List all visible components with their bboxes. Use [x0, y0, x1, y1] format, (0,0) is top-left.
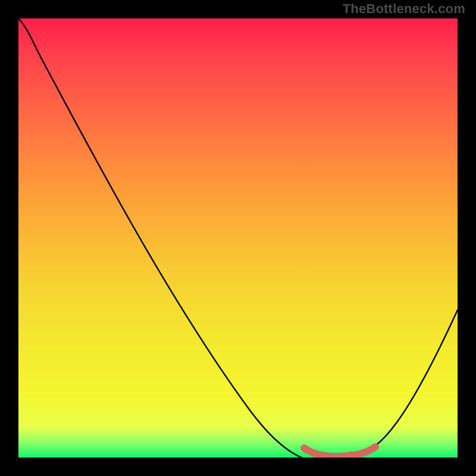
plot-area — [18, 18, 458, 458]
watermark-label: TheBottleneck.com — [343, 1, 465, 17]
chart-frame: TheBottleneck.com — [0, 0, 476, 476]
optimal-range-marker — [304, 447, 375, 456]
curves-svg — [18, 18, 458, 458]
bottleneck-curve — [18, 18, 458, 458]
